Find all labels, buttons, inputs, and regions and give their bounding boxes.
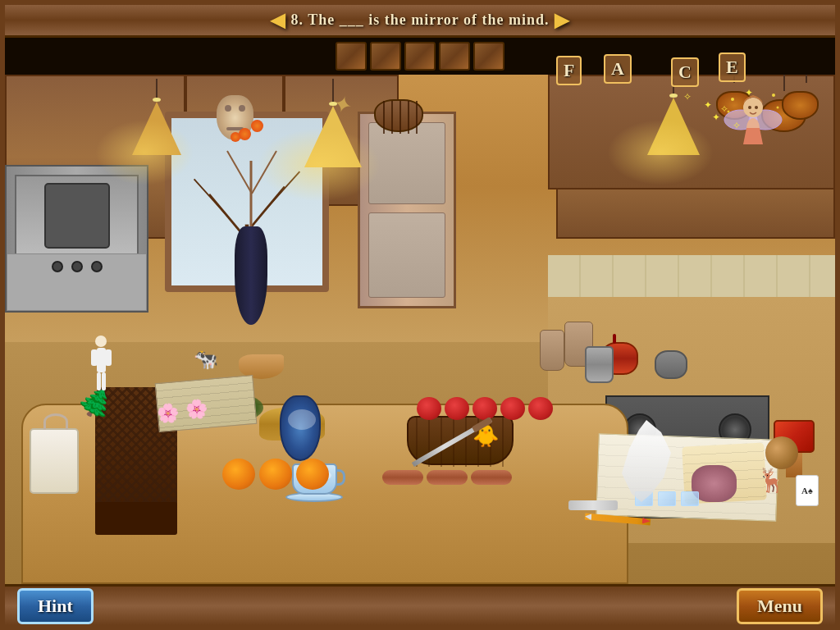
sparkle-2: ✧ [683,91,692,103]
letter-box-3[interactable] [404,42,436,71]
wooden-sphere[interactable] [765,436,798,469]
letter-box-2[interactable] [370,42,401,71]
svg-rect-9 [97,372,101,390]
orange-1[interactable] [222,459,255,490]
metal-mug[interactable] [585,346,614,383]
svg-rect-6 [97,348,106,372]
fairy-character[interactable] [720,83,786,148]
next-arrow[interactable]: ► [550,5,576,35]
sausages[interactable] [382,468,512,490]
feather[interactable] [622,420,671,502]
orange-3[interactable] [296,459,329,490]
feather-image [622,420,671,502]
floating-letter-E[interactable]: E [719,52,746,82]
sparkle-4: ✧ [720,103,728,116]
svg-line-3 [194,179,228,217]
svg-point-32 [755,106,758,109]
apple-5[interactable] [528,397,553,420]
letter-box-5[interactable] [473,42,504,71]
svg-point-35 [777,107,779,109]
svg-line-4 [266,171,299,209]
pendant-lamp-center [304,79,362,167]
floating-letter-F[interactable]: F [556,56,582,85]
prev-arrow[interactable]: ◄ [265,5,291,35]
bag-purse[interactable] [30,428,79,494]
cow-figurine[interactable]: 🐄 [194,348,218,371]
top-bar: ◄ 8. The ___ is the mirror of the mind. … [5,5,835,38]
lamp-cone-center [304,106,362,167]
menu-button[interactable]: Menu [737,588,823,624]
svg-point-31 [748,106,751,109]
sausage-2[interactable] [427,470,468,485]
svg-point-5 [95,336,107,347]
bottom-bar: Hint Menu [5,584,835,625]
lamp-wire-left [156,79,158,99]
figure-toy[interactable] [87,335,116,404]
puzzle-text: 8. The ___ is the mirror of the mind. [291,11,550,29]
lamp-wire-center [332,79,334,103]
figure-svg [87,335,116,400]
sparkle-3: ✦ [712,112,720,124]
sparkle-6: ✧ [733,120,741,132]
marigold-2[interactable]: 🌸 [185,399,208,420]
canister-1[interactable] [540,330,564,371]
playing-card[interactable]: A♠ [796,475,819,506]
svg-rect-7 [91,349,98,366]
silver-tube[interactable] [568,500,618,510]
flower-vase[interactable] [235,226,267,325]
apple-1[interactable] [417,397,441,420]
upper-cabinet-basket[interactable] [374,99,423,132]
oven [5,165,148,313]
apple-3[interactable] [472,397,497,420]
apple-2[interactable] [445,397,469,420]
refrigerator [358,112,456,308]
blue-vase[interactable] [280,395,321,461]
pendant-lamp-left [132,79,181,155]
svg-rect-8 [105,349,112,366]
floating-letter-C[interactable]: C [671,57,699,87]
svg-rect-10 [102,372,106,390]
game-container: ◄ 8. The ___ is the mirror of the mind. … [0,0,840,630]
sausage-1[interactable] [382,470,423,485]
letter-boxes-area [5,38,835,75]
hint-button[interactable]: Hint [17,588,94,624]
sparkle-5: ✦ [745,87,753,99]
lamp-cone-left [132,102,181,155]
small-kettle[interactable] [655,350,687,379]
letter-box-1[interactable] [336,42,367,71]
sparkle-1: ✦ [704,99,712,112]
svg-point-34 [772,94,775,97]
pendant-lamp-right [647,79,700,155]
lamp-cone-right [647,98,700,155]
deer-figurine[interactable]: 🦌 [757,467,786,494]
kitchen-scene: 🐄 [5,75,835,584]
fairy-svg [720,83,786,157]
apple-4[interactable] [500,397,525,420]
marigold-1[interactable]: 🌸 [157,403,179,424]
svg-point-33 [731,98,734,101]
ice-cube-3[interactable] [681,491,699,506]
basket-weave-svg [376,101,425,134]
floating-letter-A[interactable]: A [604,54,632,84]
oranges[interactable] [222,459,329,490]
orange-2[interactable] [259,459,292,490]
letter-box-4[interactable] [439,42,470,71]
sausage-3[interactable] [471,470,512,485]
